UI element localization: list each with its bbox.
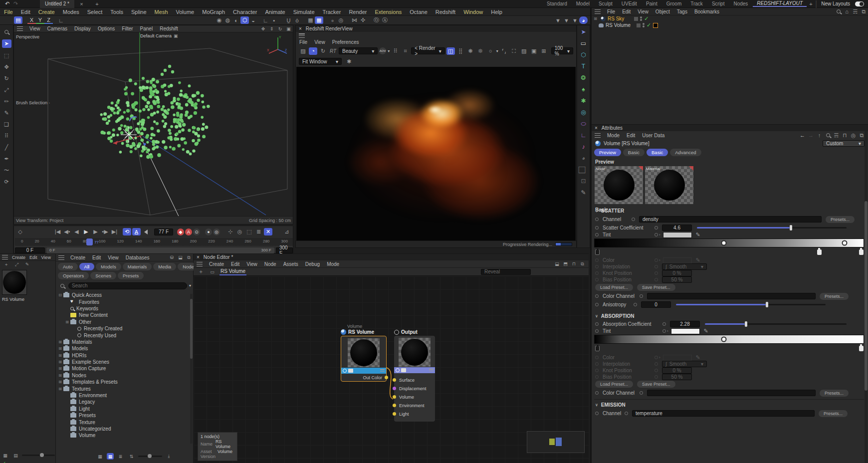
next-key-icon[interactable]: •▶ — [101, 228, 109, 235]
tree-item-label[interactable]: Uncategorized — [79, 426, 111, 432]
tree-item-label[interactable]: Motion Capture — [72, 366, 106, 371]
render-region-icon[interactable]: ◍ — [223, 16, 232, 24]
asset-tree-item[interactable]: ⊞ Models — [58, 345, 193, 352]
viewport-menu-item[interactable]: Panel — [137, 26, 157, 31]
asset-tree-item[interactable]: ⊞ Motion Capture — [58, 365, 193, 372]
load-preset-button[interactable]: Load Preset... — [595, 381, 633, 388]
next-frame-icon[interactable]: ▶ — [91, 228, 100, 235]
close-icon[interactable]: × — [595, 125, 598, 131]
om-menu-item[interactable]: File — [604, 9, 619, 14]
pass-dropdown[interactable]: Beauty▾ — [339, 47, 378, 54]
target-icon[interactable]: ◎ — [337, 16, 345, 24]
plane-icon[interactable]: ▪ — [270, 16, 278, 24]
ne-menu-item[interactable]: Create — [206, 261, 227, 267]
layer-toggle[interactable] — [634, 17, 638, 21]
asset-tree-item[interactable]: Environment — [58, 392, 193, 399]
absorption-coefficient-slider[interactable] — [705, 323, 847, 325]
image-icon[interactable]: ▣ — [530, 47, 538, 55]
attr-menu-item[interactable]: Mode — [604, 133, 623, 138]
layout-tab[interactable]: Track — [686, 1, 707, 6]
tree-expander-icon[interactable]: ⊞ — [58, 366, 62, 371]
object-row-rs-sky[interactable]: ⊞ RS Sky ✓ — [592, 15, 868, 22]
material-tag[interactable] — [653, 23, 658, 28]
color-channel-field[interactable] — [647, 293, 816, 299]
add-tab-icon[interactable]: + — [93, 0, 101, 7]
tree-expander-icon[interactable]: ⊞ — [58, 340, 62, 344]
render-picture-icon[interactable]: ▼ — [562, 16, 571, 24]
menu-item[interactable]: MoGraph — [198, 9, 229, 15]
input-port[interactable] — [393, 412, 396, 416]
layout-tab[interactable]: Nodes — [729, 1, 752, 6]
viewport-menu-item[interactable]: Cameras — [44, 26, 71, 31]
tree-item-label[interactable]: Legacy — [79, 399, 95, 405]
motion-notes-icon[interactable]: ♪ — [579, 142, 588, 151]
anim-dot-icon[interactable] — [595, 322, 599, 326]
anisotropy-field[interactable]: 0 — [641, 301, 671, 308]
pen-dots-icon[interactable]: ◒ — [249, 16, 257, 24]
torus-icon[interactable]: ◎ — [579, 108, 588, 117]
circle-dim-icon[interactable]: ● — [328, 16, 337, 24]
autokey-icon[interactable]: A — [185, 229, 192, 235]
start-render-icon[interactable]: ▨ — [299, 47, 307, 55]
asset-tree-item[interactable]: New Content — [58, 312, 193, 318]
focus-icon[interactable]: ⸢⸥ — [500, 47, 508, 55]
axis-z-button[interactable]: Z — [44, 16, 53, 24]
axis-x-button[interactable]: X — [27, 16, 36, 24]
node-tab-shape-icon[interactable]: ▭ — [208, 268, 217, 275]
progressive-render-icon[interactable]: ◔ — [309, 47, 317, 55]
enabled-check-icon[interactable]: ✓ — [647, 22, 651, 28]
emission-channel-field[interactable]: temperature — [632, 410, 815, 417]
renderview-hamburger-icon[interactable] — [299, 33, 305, 38]
ne-layout1-icon[interactable]: ⬓ — [553, 260, 561, 268]
asset-tree-item[interactable]: ⊞ HDRIs — [58, 352, 193, 359]
attr-menu-item[interactable]: User Data — [639, 133, 668, 138]
attributes-tab[interactable]: Preview — [594, 149, 621, 156]
materials-menu-item[interactable]: View — [39, 255, 53, 260]
tree-item-label[interactable]: Quick Access — [72, 292, 102, 298]
color-channel-field[interactable] — [647, 390, 816, 396]
ring-spline-icon[interactable]: ⬭ — [579, 119, 588, 128]
tree-item-label[interactable]: Templates & Presets — [72, 379, 118, 385]
node-preview-thumb[interactable]: Node — [595, 166, 643, 204]
tree-item-label[interactable]: Recently Created — [84, 326, 122, 331]
layout-tab[interactable]: Paint — [642, 1, 661, 6]
asset-tree-item[interactable]: Recently Created — [58, 325, 193, 332]
link-dot-icon[interactable] — [640, 294, 643, 298]
expand-material-icon[interactable]: ⤢ — [12, 261, 21, 268]
tree-item-label[interactable]: Nodes — [72, 373, 86, 378]
om-search-icon[interactable] — [834, 8, 843, 15]
tree-item-label[interactable]: Presets — [79, 413, 96, 418]
asset-list-view-icon[interactable]: ≣ — [116, 453, 125, 460]
playhead[interactable] — [86, 238, 93, 245]
material-thumb[interactable] — [2, 270, 27, 295]
tree-expander-icon[interactable]: ⊞ — [58, 387, 62, 391]
asset-tree-item[interactable]: ⊞ Other — [58, 319, 193, 325]
anim-dot-icon[interactable] — [595, 233, 599, 236]
asset-filter-tab[interactable]: Models — [96, 263, 121, 270]
attributes-title-bar[interactable]: × Attributes — [592, 125, 868, 131]
sound-icon[interactable] — [142, 228, 150, 235]
node-canvas[interactable]: Volume RS Volume Out Color Output — [194, 276, 589, 463]
layout-tab[interactable]: Standard — [543, 1, 571, 6]
dots-tool-icon[interactable]: ⠿ — [2, 132, 11, 140]
vegetation-icon[interactable]: ♠ — [579, 85, 588, 94]
material-preview-thumb[interactable]: Material — [645, 166, 693, 204]
rt-icon[interactable]: RT — [329, 47, 337, 55]
asset-tree-item[interactable]: ⊞ Example Scenes — [58, 359, 193, 365]
anim-dot-icon[interactable] — [595, 412, 599, 415]
node-menu-icon[interactable] — [429, 369, 434, 372]
fcurve-icon[interactable]: ⊿ — [282, 228, 291, 235]
tree-item-label[interactable]: HDRIs — [72, 353, 86, 358]
menu-item[interactable]: Redshift — [432, 9, 459, 15]
attr-menu-item[interactable]: Edit — [623, 133, 639, 138]
node-editor-tab[interactable]: RS Volume — [219, 268, 246, 275]
asset-grid-view2-icon[interactable]: ▦ — [107, 453, 114, 460]
menu-item[interactable]: Tools — [106, 9, 127, 15]
menu-item[interactable]: Simulate — [289, 9, 319, 15]
om-menu-item[interactable]: Tags — [673, 9, 691, 14]
layout-tab[interactable]: Sculpt — [595, 1, 617, 6]
fit-dropdown[interactable]: Fit Window▾ — [299, 58, 342, 65]
keyframe-diamond-icon[interactable]: ◇ — [16, 228, 24, 235]
eyedropper-icon[interactable]: ✎ — [702, 327, 710, 335]
tree-item-label[interactable]: Keywords — [76, 306, 98, 311]
